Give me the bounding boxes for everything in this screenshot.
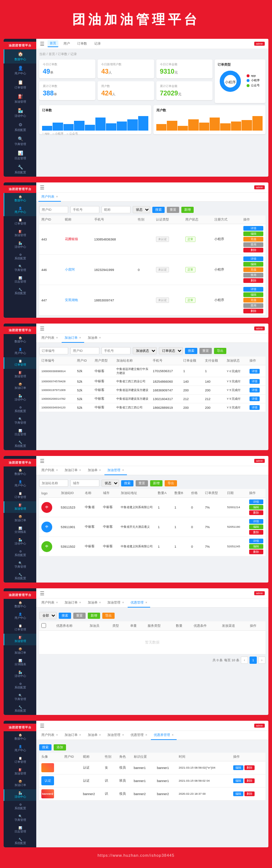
sidebar-item-user[interactable]: 👤 用户中心 [4,63,36,78]
page1-5[interactable]: 1 [250,657,257,664]
search-phone3[interactable] [102,347,131,354]
edit-btn[interactable]: 编辑 [243,292,263,297]
s5-split[interactable]: 📊分润报表 [4,657,36,669]
s4-split[interactable]: 📊分润报表 [4,524,36,536]
reset-btn2[interactable]: 重置 [167,207,179,213]
s5-sys[interactable]: 🔧系统配置 [4,703,36,715]
s4-order[interactable]: 📋订单管理 [4,490,36,501]
tab6-banner[interactable]: 优惠券管理 × [151,731,177,740]
detail-btn3[interactable]: 详情 [250,369,260,374]
sidebar2-activity[interactable]: 🏪活动中心 [4,239,36,251]
tab5-fuel[interactable]: 加油单 × [85,598,104,608]
close4-4[interactable]: × [122,468,124,472]
delete-btn6c[interactable]: 删除 [244,791,255,796]
s6-config[interactable]: ⚙系统配置 [4,801,36,813]
edit-btn[interactable]: 编辑 [243,231,263,236]
tab3-fuelorder[interactable]: 加油订单 × [62,334,84,343]
prev-page5[interactable]: ‹ [241,657,248,664]
sidebar2-sys[interactable]: 🔧系统配置 [4,286,36,297]
sidebar3-dict[interactable]: 🔍字典管理 [4,415,36,427]
search-station-name[interactable] [39,480,68,487]
menu2-icon[interactable]: ☰ [40,185,45,190]
s4-sys[interactable]: 🔧系统配置 [4,571,36,583]
export-btn3[interactable]: 导出 [214,348,226,354]
add-btn5[interactable]: 新增 [88,613,100,619]
s6-activity[interactable]: 🏪活动中心 [4,789,36,801]
export-btn4[interactable]: 导出 [165,480,177,486]
s5-activity[interactable]: 🏪活动中心 [4,669,36,680]
add-btn2[interactable]: 新增 [181,207,194,213]
delete-btn6[interactable]: 删除 [244,765,255,770]
tab5-userlist[interactable]: 用户列表 × [38,598,61,608]
search-station-city[interactable] [70,480,99,487]
sidebar3-sys[interactable]: 🔧系统配置 [4,439,36,450]
recharge-btn[interactable]: 充值 [243,237,263,242]
search-btn6[interactable]: 搜索 [39,744,51,750]
detail-btn3[interactable]: 详情 [250,388,260,392]
search-btn4[interactable]: 搜索 [121,480,133,486]
sidebar3-fuelorder[interactable]: 📦加油订单 [4,380,36,392]
select-status[interactable]: 状态 正常 禁用 [133,206,150,213]
detail-btn3[interactable]: 详情 [250,405,260,410]
tab-user[interactable]: 用户 [61,41,72,47]
tab3-fuel[interactable]: 加油单 × [85,334,104,343]
select-station-type[interactable]: 状态 [102,480,119,487]
s4-config[interactable]: ⚙系统配置 [4,548,36,559]
menu3-icon[interactable]: ☰ [40,326,45,332]
tab4-fuel[interactable]: 加油单 × [85,466,104,475]
delete-btn[interactable]: 删除 [243,309,263,313]
s5-dict[interactable]: 🔍字典管理 [4,692,36,703]
close6-2[interactable]: × [79,733,81,737]
tab6-fuelmgmt[interactable]: 加油管理 × [104,731,127,740]
close6-4[interactable]: × [122,733,124,737]
sidebar2-log[interactable]: 📊日志管理 [4,274,36,286]
search-btn3[interactable]: 搜索 [185,348,197,354]
close3-1[interactable]: × [56,336,58,340]
s4-activity[interactable]: 🏪活动中心 [4,536,36,548]
delete-btn4[interactable]: 删除 [249,510,263,515]
tab4-fuelorder[interactable]: 加油订单 × [62,466,84,475]
select-order-status[interactable]: 订单状态 [159,347,183,354]
tab5-fuelorder[interactable]: 加油订单 × [62,598,84,608]
edit-btn[interactable]: 编辑 [243,262,263,267]
sidebar2-fuel[interactable]: ⛽加油管理 [4,228,36,239]
sidebar-item-dict[interactable]: 🔍 字典管理 [4,134,36,148]
detail-btn4[interactable]: 详情 [249,539,263,543]
edit-btn6[interactable]: 编辑 [233,765,243,770]
select-coupon-type[interactable]: 全部 [39,612,57,619]
reset-btn5[interactable]: 重置 [73,613,86,619]
sidebar2-dashboard[interactable]: 🏠数据中心 [4,193,36,205]
close5-4[interactable]: × [122,601,124,604]
s4-user[interactable]: 👤用户中心 [4,478,36,490]
detail-btn3[interactable]: 详情 [250,379,260,384]
tab4-userlist[interactable]: 用户列表 × [38,466,61,475]
edit-btn4[interactable]: 编辑 [249,544,263,549]
search-phone[interactable] [70,206,99,213]
delete-btn[interactable]: 删除 [243,278,263,283]
sidebar3-fuel[interactable]: ⛽加油管理 [4,369,36,380]
sidebar2-dict[interactable]: 🔍字典管理 [4,263,36,274]
search-order-no[interactable] [39,347,68,354]
close3-3[interactable]: × [99,336,101,340]
sidebar2-user[interactable]: 👤用户中心 [4,205,36,216]
s6-sys[interactable]: 🔧系统配置 [4,836,36,847]
sidebar-item-fuel[interactable]: ⛽ 加油管理 [4,92,36,106]
s5-config[interactable]: ⚙系统配置 [4,680,36,692]
search-nickname[interactable] [102,206,131,213]
s4-fuelorder[interactable]: 📦加油订单 [4,513,36,524]
sidebar3-config[interactable]: ⚙系统配置 [4,404,36,415]
close-tab2[interactable]: × [56,195,58,198]
reset-btn3[interactable]: 重置 [199,348,212,354]
search-btn2[interactable]: 搜索 [152,207,165,213]
s6-fuel[interactable]: ⛽加油管理 [4,766,36,778]
s4-fuel[interactable]: ⛽加油管理 [4,501,36,513]
close6-3[interactable]: × [99,733,101,737]
nickname-link[interactable]: 小度阿 [65,268,75,271]
tab-home[interactable]: 首页 [48,40,58,47]
recharge-btn[interactable]: 充值 [243,267,263,272]
export-btn5[interactable]: 导出 [102,613,115,619]
s4-dict[interactable]: 🔍字典管理 [4,559,36,571]
disable-btn[interactable]: 禁用 [243,303,263,308]
recharge-btn[interactable]: 充值 [243,298,263,303]
delete-btn4[interactable]: 删除 [249,550,263,554]
